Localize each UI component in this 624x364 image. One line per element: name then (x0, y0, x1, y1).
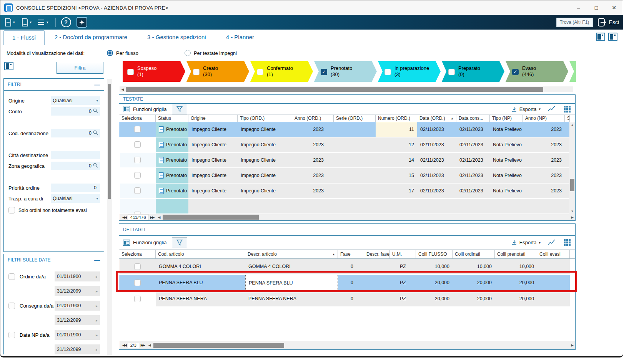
table-row[interactable]: PENNA SFERA BLUPENNA SFERA BLU0PZ20,0002… (119, 275, 575, 291)
filter-apply-button[interactable]: Filtra (57, 62, 103, 74)
testate-col-data-cons-[interactable]: Data cons... (456, 115, 490, 121)
dettagli-col-cod-articolo[interactable]: Cod. articolo (156, 250, 245, 258)
scroll-up-icon[interactable]: ▲ (571, 122, 574, 128)
dettagli-col-descr-fase[interactable]: Descr. fase (364, 250, 390, 258)
row-checkbox[interactable] (134, 141, 141, 148)
testate-col-seleziona[interactable]: Seleziona (119, 115, 156, 121)
date-filter-data-np-da-a-to[interactable]: 31/12/2099▸ (55, 344, 100, 354)
row-checkbox[interactable] (134, 157, 141, 163)
filter-input[interactable] (51, 151, 100, 159)
flow-step-checkbox[interactable] (257, 69, 263, 75)
last-page-icon[interactable]: ▶▶ (150, 215, 154, 219)
dettagli-col-seleziona[interactable]: Seleziona (119, 250, 156, 258)
exit-button[interactable]: Esci (597, 18, 619, 27)
flow-step-evaso[interactable]: ✓Evaso(446) (506, 61, 568, 82)
collapse-sidebar-button[interactable] (4, 62, 13, 70)
tab-2[interactable]: 2 - Doc/ord da programmare (45, 30, 137, 45)
grid-view-button[interactable] (563, 105, 571, 113)
open-document-button[interactable]: ▾ (21, 18, 32, 26)
view-mode-option[interactable]: Per flusso (107, 50, 138, 56)
table-row[interactable]: PrenotatoImpegno ClienteImpegno Cliente2… (119, 122, 575, 137)
collapse-icon[interactable]: — (94, 81, 100, 88)
filter-input[interactable]: 0 (51, 184, 100, 192)
filter-input[interactable]: 0 (51, 162, 100, 170)
testate-vertical-scrollbar[interactable]: ▲▼ (569, 122, 575, 214)
sidebar-scrollbar[interactable] (107, 79, 112, 355)
first-page-icon[interactable]: ◀◀ (122, 343, 126, 347)
last-page-icon[interactable]: ▶▶ (141, 343, 145, 347)
layout-panel-icon[interactable] (608, 33, 617, 41)
chart-view-button[interactable] (547, 239, 556, 247)
menu-button[interactable]: ▾ (38, 19, 48, 25)
collapse-icon[interactable]: — (94, 257, 100, 263)
only-open-orders-checkbox[interactable] (8, 207, 15, 213)
date-filter-consegna-da-a-from[interactable]: 01/01/1900▸ (55, 301, 100, 311)
flow-step-in-preparazione[interactable]: In preparazione(3) (378, 61, 441, 82)
search-icon[interactable] (93, 163, 98, 169)
table-row[interactable]: PrenotatoImpegno ClienteImpegno Cliente2… (119, 184, 575, 199)
filter-dropdown[interactable]: Qualsiasi▾ (51, 96, 100, 105)
search-icon[interactable] (93, 108, 98, 114)
tab-1[interactable]: 1 - Flussi (3, 30, 45, 45)
testate-col-origine[interactable]: Origine (188, 115, 238, 121)
filter-dropdown[interactable]: Qualsiasi▾ (51, 194, 100, 203)
flow-step-creato[interactable]: Creato(30) (186, 61, 249, 82)
search-icon[interactable] (93, 130, 98, 136)
ai-assistant-button[interactable] (77, 17, 87, 28)
scrollbar-thumb[interactable] (570, 179, 574, 191)
testate-col-anno-ord-[interactable]: Anno (ORD.) (292, 115, 334, 121)
find-shortcut[interactable]: Trova (Alt+F1) (556, 18, 593, 27)
flow-step-confermato[interactable]: Confermato(1) (250, 61, 313, 82)
grid-functions-button[interactable]: Funzioni griglia (123, 240, 166, 246)
filter-input[interactable]: 0 (51, 129, 100, 137)
tab-4[interactable]: 4 - Planner (216, 30, 264, 45)
chart-view-button[interactable] (547, 105, 556, 113)
testate-col-serie-ord-[interactable]: Serie (ORD.) (334, 115, 376, 121)
layout-panel-icon[interactable] (596, 33, 605, 41)
scrollbar-thumb[interactable] (153, 343, 284, 348)
row-checkbox[interactable] (134, 212, 141, 214)
scrollbar-thumb[interactable] (163, 215, 259, 220)
testate-col-anno-np-[interactable]: Anno (NP) (523, 115, 565, 121)
date-filter-consegna-da-a-to[interactable]: 31/12/2099▸ (55, 315, 100, 325)
row-checkbox[interactable] (134, 296, 141, 302)
table-row[interactable]: PrenotatoImpegno ClienteImpegno Cliente2… (119, 153, 575, 168)
testate-col-tipo-ord-[interactable]: Tipo (ORD.) (238, 115, 292, 121)
dettagli-col-colli-prenotati[interactable]: Colli prenotati (495, 250, 537, 258)
testate-col-tipo-np-[interactable]: Tipo (NP) (490, 115, 523, 121)
row-checkbox[interactable] (134, 187, 141, 194)
dettagli-col-colli-evasi[interactable]: Colli evasi (537, 250, 570, 258)
flow-horizontal-scrollbar[interactable]: ◀ (120, 86, 573, 92)
flow-step-sospeso[interactable]: Sospeso(1) (123, 61, 185, 82)
minimize-button[interactable]: – (570, 0, 587, 15)
help-button[interactable]: ? (61, 17, 71, 27)
dettagli-col-descr-articolo[interactable]: Descr. articolo▲ (245, 250, 338, 258)
dettagli-col-colli-ordinati[interactable]: Colli ordinati (453, 250, 495, 258)
scroll-right-icon[interactable]: ▶ (571, 215, 574, 219)
maximize-button[interactable]: □ (587, 0, 605, 15)
dettagli-col-colli-flusso[interactable]: Colli FLUSSO (416, 250, 453, 258)
export-button[interactable]: Esporta ▾ (511, 106, 541, 112)
export-button[interactable]: Esporta ▾ (511, 240, 541, 245)
dettagli-col-fase[interactable]: Fase (338, 250, 364, 258)
table-row[interactable]: PrenotatoImpegno ClienteImpegno Cliente2… (119, 168, 575, 184)
date-filter-ordine-da-a-to[interactable]: 31/12/2099▸ (55, 286, 100, 296)
new-document-button[interactable]: ▾ (4, 18, 15, 26)
dettagli-col-u-m-[interactable]: U.M. (390, 250, 416, 258)
row-checkbox[interactable] (134, 126, 141, 132)
testate-col-data-ord-[interactable]: Data (ORD.)▲ (417, 115, 456, 121)
flow-step-checkbox[interactable] (193, 69, 200, 75)
flow-step-checkbox[interactable]: ✓ (321, 69, 327, 75)
first-page-icon[interactable]: ◀◀ (122, 215, 126, 219)
scroll-down-icon[interactable]: ▼ (571, 208, 574, 214)
scroll-right-icon[interactable]: ▶ (571, 343, 574, 347)
date-filter-ordine-da-a-from[interactable]: 01/01/1900▸ (55, 271, 100, 281)
date-filter-data-np-da-a-from[interactable]: 01/01/1900▸ (55, 330, 100, 340)
table-row[interactable]: PENNA SFERA NERAPENNA SFERA NERA0PZ20,00… (119, 291, 575, 307)
grid-view-button[interactable] (563, 239, 571, 247)
scrollbar-thumb[interactable] (126, 87, 543, 92)
flow-step-checkbox[interactable] (384, 69, 391, 75)
filter-input[interactable]: 0 (51, 107, 100, 116)
view-mode-option[interactable]: Per testate impegni (185, 50, 237, 56)
testate-col-numero-ord-[interactable]: Numero (ORD.) (376, 115, 417, 121)
